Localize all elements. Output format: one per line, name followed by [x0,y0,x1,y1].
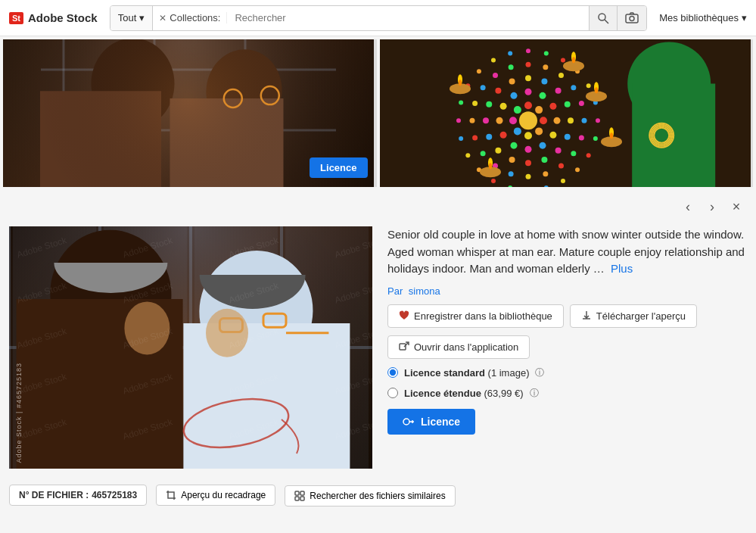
logo-badge: St [9,12,23,24]
search-input[interactable] [227,12,589,23]
rangoli-image [380,39,751,187]
detail-image: Adobe Stock | #465725183 [9,226,372,469]
detail-description: Senior old couple in love at home with s… [387,226,747,278]
filter-dropdown[interactable]: Tout ▾ [110,6,154,30]
logo-text: Adobe Stock [28,11,98,24]
file-number-value: 465725183 [92,490,137,500]
my-libraries-label: Mes bibliothèques [659,12,739,23]
info-icon-standard[interactable]: ⓘ [535,366,544,379]
licence-extended-label[interactable]: Licence étendue (63,99 €) [404,388,524,399]
header: St Adobe Stock Tout ▾ ✕ Collections: [0,0,756,36]
download-icon [581,310,592,321]
collections-close-icon[interactable]: ✕ [159,13,166,23]
similar-search-icon [294,491,305,501]
save-to-library-button[interactable]: Enregistrer dans la bibliothèque [387,304,564,328]
chevron-down-icon: ▾ [742,12,747,23]
nav-arrows: ‹ › × [0,190,756,220]
search-icon [597,12,609,24]
svg-rect-8 [300,491,304,495]
more-link[interactable]: Plus [611,262,633,275]
gallery-item-left[interactable]: Licence [3,39,377,187]
search-bar: Tout ▾ ✕ Collections: [110,5,648,31]
crop-icon [166,490,176,500]
download-preview-button[interactable]: Télécharger l'aperçu [570,304,697,328]
heart-icon [399,310,409,321]
licence-options: Licence standard (1 image) ⓘ Licence éte… [387,366,747,400]
gallery-item-right[interactable] [380,39,754,187]
svg-point-6 [403,419,409,425]
info-icon-extended[interactable]: ⓘ [530,387,539,400]
svg-line-1 [605,20,608,23]
licence-extended-option: Licence étendue (63,99 €) ⓘ [387,387,747,400]
bottom-bar: N° DE FICHIER : 465725183 Aperçu du reca… [0,478,756,513]
collections-label: Collections: [170,12,220,23]
svg-rect-10 [300,497,304,500]
svg-point-3 [630,16,634,20]
camera-search-button[interactable] [617,6,646,30]
watermark-label: Adobe Stock | #465725183 [15,363,23,463]
author-link[interactable]: simona [409,285,440,297]
open-app-icon [399,341,409,352]
action-buttons: Enregistrer dans la bibliothèque Télécha… [387,304,747,328]
open-in-app-button[interactable]: Ouvrir dans l'application [387,335,530,359]
gallery-row: Licence [0,36,756,190]
prev-arrow-button[interactable]: ‹ [677,196,698,217]
couple-detail-image [9,226,372,469]
rechercher-similaires-button[interactable]: Rechercher des fichiers similaires [285,485,455,507]
detail-section: Adobe Stock | #465725183 Senior old coup… [0,220,756,469]
camera-icon [625,12,639,24]
licence-standard-option: Licence standard (1 image) ⓘ [387,366,747,379]
search-button[interactable] [589,6,617,30]
collections-tag: ✕ Collections: [153,12,227,23]
detail-author: Par simona [387,285,747,297]
licence-standard-radio[interactable] [387,367,398,378]
detail-info: Senior old couple in love at home with s… [387,226,747,469]
licence-extended-radio[interactable] [387,388,398,398]
chevron-down-icon: ▾ [139,12,145,23]
apercu-recadrage-button[interactable]: Aperçu du recadrage [156,485,275,506]
close-button[interactable]: × [726,196,747,217]
main-licence-button[interactable]: Licence [387,409,475,435]
next-arrow-button[interactable]: › [702,196,723,217]
filter-label: Tout [118,12,137,23]
svg-point-0 [599,14,605,20]
licence-button-top[interactable]: Licence [310,157,367,178]
logo: St Adobe Stock [9,11,98,24]
licence-standard-label[interactable]: Licence standard (1 image) [404,367,529,379]
my-libraries-button[interactable]: Mes bibliothèques ▾ [659,12,747,23]
file-number-display: N° DE FICHIER : 465725183 [9,485,147,506]
svg-rect-2 [626,14,638,23]
svg-rect-9 [295,497,299,500]
svg-rect-7 [295,491,299,495]
key-icon [403,416,415,428]
